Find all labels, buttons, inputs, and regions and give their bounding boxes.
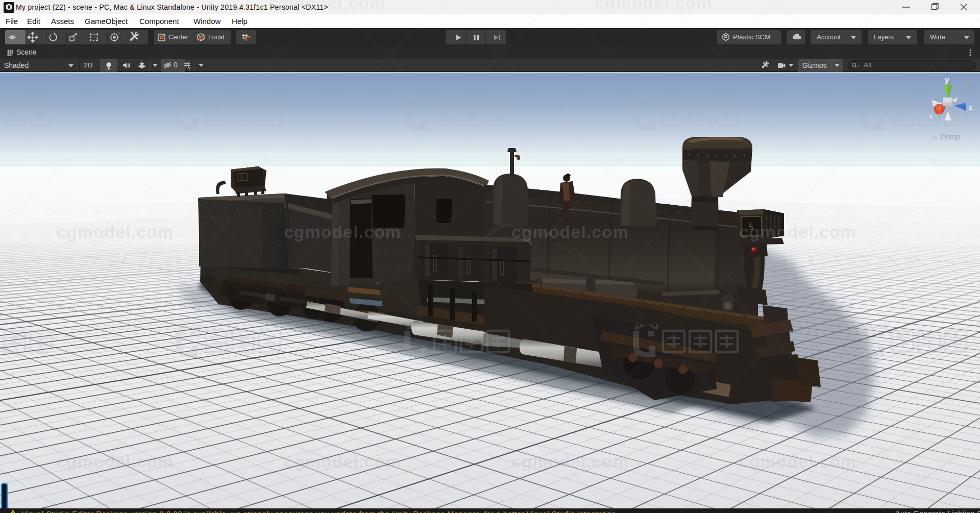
svg-text:5: 5: [748, 222, 753, 232]
svg-text:z: z: [969, 103, 972, 111]
svg-text:5: 5: [240, 175, 243, 180]
svg-text:x: x: [929, 112, 933, 120]
svg-text:Persp: Persp: [941, 133, 960, 141]
svg-text:Y: Y: [188, 66, 191, 71]
svg-text:y: y: [945, 75, 949, 84]
